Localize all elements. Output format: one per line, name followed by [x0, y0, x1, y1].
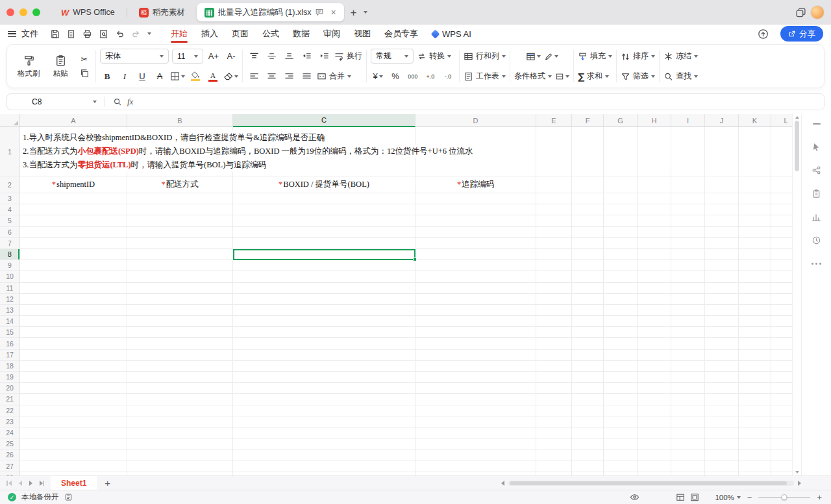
row-header-17[interactable]: 17	[0, 350, 20, 361]
cell-A12[interactable]	[20, 294, 127, 305]
cell-I1[interactable]	[671, 127, 705, 176]
cell-D8[interactable]	[416, 249, 536, 260]
format-painter-button[interactable]: 格式刷	[14, 54, 43, 78]
fill-color-dropdown[interactable]	[188, 69, 203, 84]
cell-H17[interactable]	[638, 350, 671, 361]
column-header-L[interactable]: L	[771, 114, 792, 127]
row-header-16[interactable]: 16	[0, 338, 20, 349]
cell-H1[interactable]	[638, 127, 671, 176]
font-color-dropdown[interactable]: A	[206, 69, 220, 84]
zoom-slider-thumb[interactable]	[782, 494, 788, 500]
cell-D19[interactable]	[416, 372, 536, 383]
cell-F26[interactable]	[572, 450, 604, 461]
cell-F3[interactable]	[572, 193, 604, 204]
cell-B2[interactable]: *配送方式	[127, 176, 233, 193]
next-sheet-button[interactable]	[29, 481, 32, 486]
cell-G19[interactable]	[604, 372, 638, 383]
menu-home[interactable]: 开始	[171, 25, 188, 43]
cell-J22[interactable]	[705, 405, 739, 416]
cell-K1[interactable]	[739, 127, 771, 176]
cell-F25[interactable]	[572, 438, 604, 450]
cell-G15[interactable]	[604, 327, 638, 338]
cell-E18[interactable]	[536, 361, 572, 372]
cell-L8[interactable]	[771, 249, 792, 260]
cell-E13[interactable]	[536, 305, 572, 316]
cell-E17[interactable]	[536, 350, 572, 361]
add-sheet-button[interactable]: +	[101, 478, 114, 488]
close-tab-icon[interactable]: ×	[330, 8, 336, 17]
cell-K14[interactable]	[739, 316, 771, 327]
cell-I12[interactable]	[671, 294, 705, 305]
print-icon[interactable]	[82, 29, 92, 39]
align-bottom-button[interactable]	[282, 49, 296, 64]
cell-E4[interactable]	[536, 204, 572, 215]
cell-E3[interactable]	[536, 193, 572, 204]
row-header-27[interactable]: 27	[0, 461, 20, 472]
cell-F14[interactable]	[572, 316, 604, 327]
cell-B16[interactable]	[127, 338, 233, 349]
cell-I23[interactable]	[671, 416, 705, 427]
cell-E8[interactable]	[536, 249, 572, 260]
cell-C7[interactable]	[233, 238, 416, 249]
cell-H23[interactable]	[638, 416, 671, 427]
cell-B7[interactable]	[127, 238, 233, 249]
cell-F10[interactable]	[572, 271, 604, 282]
table-style-dropdown[interactable]	[526, 49, 541, 64]
row-header-22[interactable]: 22	[0, 405, 20, 416]
cell-F15[interactable]	[572, 327, 604, 338]
row-header-14[interactable]: 14	[0, 316, 20, 327]
tab-docer-assets[interactable]: 稻 稻壳素材	[131, 3, 193, 21]
cell-J23[interactable]	[705, 416, 739, 427]
row-header-18[interactable]: 18	[0, 361, 20, 372]
column-header-I[interactable]: I	[671, 114, 705, 127]
cell-I4[interactable]	[671, 204, 705, 215]
cell-A14[interactable]	[20, 316, 127, 327]
cell-J16[interactable]	[705, 338, 739, 349]
row-header-10[interactable]: 10	[0, 271, 20, 282]
cell-J4[interactable]	[705, 204, 739, 215]
align-top-button[interactable]	[247, 49, 261, 64]
cell-L9[interactable]	[771, 260, 792, 271]
highlight-style-dropdown[interactable]	[544, 49, 558, 64]
cell-H11[interactable]	[638, 283, 671, 294]
cell-C26[interactable]	[233, 450, 416, 461]
zoom-in-button[interactable]: +	[815, 493, 823, 501]
close-window-button[interactable]	[6, 8, 14, 16]
cell-F4[interactable]	[572, 204, 604, 215]
cell-E15[interactable]	[536, 327, 572, 338]
cell-A26[interactable]	[20, 450, 127, 461]
cell-H9[interactable]	[638, 260, 671, 271]
cell-F1[interactable]	[572, 127, 604, 176]
share-button[interactable]: 分享	[780, 26, 823, 42]
cell-G12[interactable]	[604, 294, 638, 305]
cell-K4[interactable]	[739, 204, 771, 215]
cell-H27[interactable]	[638, 461, 671, 472]
percent-button[interactable]: %	[388, 69, 403, 84]
minimize-window-button[interactable]	[19, 8, 27, 16]
column-header-E[interactable]: E	[536, 114, 572, 127]
cell-J19[interactable]	[705, 372, 739, 383]
fill-dropdown[interactable]: 填充	[578, 49, 612, 64]
cell-J25[interactable]	[705, 438, 739, 450]
cell-H12[interactable]	[638, 294, 671, 305]
row-header-2[interactable]: 2	[0, 176, 20, 193]
align-left-button[interactable]	[247, 69, 261, 84]
cell-I8[interactable]	[671, 249, 705, 260]
cell-K19[interactable]	[739, 372, 771, 383]
cell-I27[interactable]	[671, 461, 705, 472]
cell-G5[interactable]	[604, 215, 638, 226]
cell-D9[interactable]	[416, 260, 536, 271]
cell-E28[interactable]	[536, 472, 572, 475]
select-all-corner[interactable]	[0, 114, 20, 127]
cell-I2[interactable]	[671, 176, 705, 193]
decrease-indent-button[interactable]	[299, 49, 314, 64]
cell-G25[interactable]	[604, 438, 638, 450]
window-manage-icon[interactable]	[795, 7, 806, 18]
cell-A25[interactable]	[20, 438, 127, 450]
cell-C15[interactable]	[233, 327, 416, 338]
cell-I24[interactable]	[671, 427, 705, 438]
cell-F2[interactable]	[572, 176, 604, 193]
cell-I26[interactable]	[671, 450, 705, 461]
cell-C28[interactable]	[233, 472, 416, 475]
save-icon[interactable]	[50, 29, 60, 39]
